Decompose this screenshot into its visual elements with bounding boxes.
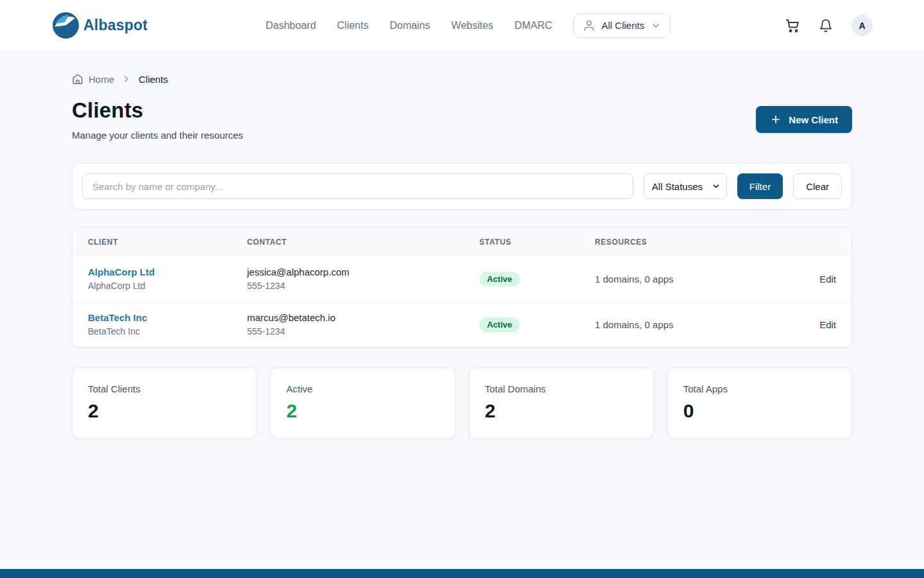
client-company: AlphaCorp Ltd xyxy=(88,281,247,291)
brand[interactable]: Albaspot xyxy=(53,12,148,39)
main-content: Home Clients Clients Manage your clients… xyxy=(0,73,924,439)
client-selector-label: All Clients xyxy=(602,20,645,31)
home-icon xyxy=(72,73,83,85)
breadcrumb-current: Clients xyxy=(139,74,168,85)
new-client-label: New Client xyxy=(789,114,838,125)
breadcrumb-chevron-icon xyxy=(121,74,132,84)
search-input[interactable] xyxy=(82,173,633,199)
client-name-link[interactable]: AlphaCorp Ltd xyxy=(88,267,247,277)
clients-table: CLIENT CONTACT STATUS RESOURCES AlphaCor… xyxy=(72,227,852,347)
logo-icon xyxy=(53,12,79,39)
col-header-contact: CONTACT xyxy=(247,238,479,247)
top-bar: Albaspot Dashboard Clients Domains Websi… xyxy=(0,0,924,51)
clear-button[interactable]: Clear xyxy=(793,173,842,199)
edit-link[interactable]: Edit xyxy=(798,274,836,285)
contact-phone: 555-1234 xyxy=(247,326,479,337)
edit-link[interactable]: Edit xyxy=(798,319,836,330)
breadcrumb-home-label: Home xyxy=(89,74,114,85)
contact-phone: 555-1234 xyxy=(247,281,479,291)
stat-value: 2 xyxy=(286,400,439,422)
client-selector-dropdown[interactable]: All Clients xyxy=(573,13,671,38)
table-header-row: CLIENT CONTACT STATUS RESOURCES xyxy=(73,228,851,256)
stat-value: 2 xyxy=(88,400,241,422)
stat-value: 0 xyxy=(683,400,836,422)
bell-icon xyxy=(819,19,833,33)
plus-icon xyxy=(770,114,782,125)
nav-item-websites[interactable]: Websites xyxy=(451,20,493,31)
table-row: BetaTech Inc BetaTech Inc marcus@betatec… xyxy=(73,302,851,347)
col-header-resources: RESOURCES xyxy=(595,238,798,247)
status-select-wrap: All Statuses xyxy=(644,173,727,199)
resources-text: 1 domains, 0 apps xyxy=(595,274,798,285)
stat-card-active: Active 2 xyxy=(270,367,455,439)
main-nav: Dashboard Clients Domains Websites DMARC xyxy=(266,20,552,31)
col-header-client: CLIENT xyxy=(88,238,247,247)
user-icon xyxy=(583,19,595,32)
nav-item-domains[interactable]: Domains xyxy=(389,20,430,31)
nav-item-clients[interactable]: Clients xyxy=(337,20,368,31)
stat-card-total-clients: Total Clients 2 xyxy=(72,367,257,439)
cart-button[interactable] xyxy=(785,18,800,33)
filter-bar: All Statuses Filter Clear xyxy=(72,163,852,209)
stat-label: Active xyxy=(286,383,439,394)
breadcrumb-home[interactable]: Home xyxy=(72,73,114,85)
avatar[interactable]: A xyxy=(851,15,873,36)
nav-item-dashboard[interactable]: Dashboard xyxy=(266,20,316,31)
contact-email: jessica@alphacorp.com xyxy=(247,267,479,277)
brand-name: Albaspot xyxy=(83,17,148,34)
stats-row: Total Clients 2 Active 2 Total Domains 2… xyxy=(72,367,852,439)
new-client-button[interactable]: New Client xyxy=(756,106,852,133)
avatar-initial: A xyxy=(859,21,865,31)
filter-button[interactable]: Filter xyxy=(737,173,783,199)
page-subtitle: Manage your clients and their resources xyxy=(72,130,243,141)
topbar-actions: A xyxy=(785,15,873,36)
stat-value: 2 xyxy=(485,400,638,422)
notifications-button[interactable] xyxy=(819,19,833,33)
status-select[interactable]: All Statuses xyxy=(644,173,727,199)
stat-label: Total Clients xyxy=(88,383,241,394)
status-badge: Active xyxy=(479,272,520,286)
page-header: Clients Manage your clients and their re… xyxy=(72,98,852,141)
bottom-accent-bar xyxy=(0,569,924,578)
resources-text: 1 domains, 0 apps xyxy=(595,319,798,330)
chevron-down-icon xyxy=(651,21,661,31)
breadcrumb: Home Clients xyxy=(72,73,852,85)
client-name-link[interactable]: BetaTech Inc xyxy=(88,312,247,323)
col-header-status: STATUS xyxy=(479,238,595,247)
client-company: BetaTech Inc xyxy=(88,326,247,337)
page-title: Clients xyxy=(72,98,243,123)
contact-email: marcus@betatech.io xyxy=(247,312,479,323)
stat-label: Total Apps xyxy=(683,383,836,394)
status-badge: Active xyxy=(479,317,520,332)
stat-label: Total Domains xyxy=(485,383,638,394)
stat-card-total-apps: Total Apps 0 xyxy=(667,367,852,439)
table-row: AlphaCorp Ltd AlphaCorp Ltd jessica@alph… xyxy=(73,256,851,302)
stat-card-total-domains: Total Domains 2 xyxy=(469,367,654,439)
nav-item-dmarc[interactable]: DMARC xyxy=(515,20,552,31)
cart-icon xyxy=(785,18,800,33)
